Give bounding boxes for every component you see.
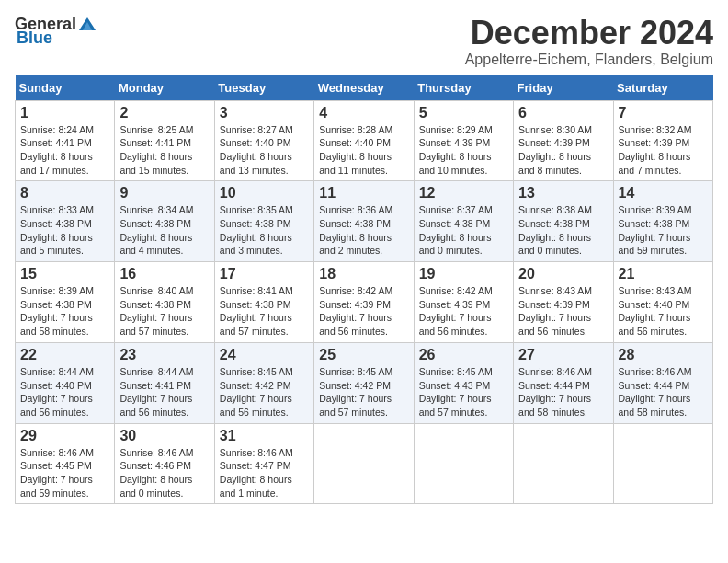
sunrise-label: Sunrise: 8:33 AM xyxy=(20,204,94,215)
daylight-label: Daylight: 7 hours and 59 minutes. xyxy=(619,232,691,257)
sunset-label: Sunset: 4:40 PM xyxy=(220,137,291,148)
calendar-header-thursday: Thursday xyxy=(414,75,513,101)
daylight-label: Daylight: 8 hours and 4 minutes. xyxy=(119,232,192,257)
sunrise-label: Sunrise: 8:45 AM xyxy=(319,366,392,377)
calendar-cell: 27 Sunrise: 8:46 AM Sunset: 4:44 PM Dayl… xyxy=(514,342,613,423)
day-number: 13 xyxy=(518,185,608,201)
sunrise-label: Sunrise: 8:42 AM xyxy=(419,285,493,296)
calendar-cell: 5 Sunrise: 8:29 AM Sunset: 4:39 PM Dayli… xyxy=(414,100,513,181)
cell-content: Sunrise: 8:42 AM Sunset: 4:39 PM Dayligh… xyxy=(319,284,408,339)
day-number: 23 xyxy=(119,347,209,363)
calendar-cell: 23 Sunrise: 8:44 AM Sunset: 4:41 PM Dayl… xyxy=(115,342,214,423)
daylight-label: Daylight: 7 hours and 57 minutes. xyxy=(319,393,392,418)
cell-content: Sunrise: 8:40 AM Sunset: 4:38 PM Dayligh… xyxy=(119,284,209,339)
sunrise-label: Sunrise: 8:43 AM xyxy=(619,285,692,296)
cell-content: Sunrise: 8:45 AM Sunset: 4:42 PM Dayligh… xyxy=(220,365,309,419)
daylight-label: Daylight: 7 hours and 57 minutes. xyxy=(419,393,492,418)
calendar-week-row: 1 Sunrise: 8:24 AM Sunset: 4:41 PM Dayli… xyxy=(16,100,713,181)
title-area: December 2024 Appelterre-Eichem, Flander… xyxy=(465,15,713,68)
logo-blue-text: Blue xyxy=(17,29,52,48)
daylight-label: Daylight: 7 hours and 56 minutes. xyxy=(220,393,292,418)
sunrise-label: Sunrise: 8:30 AM xyxy=(518,124,592,135)
day-number: 3 xyxy=(220,105,309,121)
sunrise-label: Sunrise: 8:42 AM xyxy=(319,285,392,296)
sunrise-label: Sunrise: 8:25 AM xyxy=(119,124,193,135)
sunset-label: Sunset: 4:41 PM xyxy=(119,380,191,391)
sunset-label: Sunset: 4:38 PM xyxy=(319,218,391,229)
calendar-cell: 16 Sunrise: 8:40 AM Sunset: 4:38 PM Dayl… xyxy=(115,262,214,343)
calendar-header-monday: Monday xyxy=(115,75,214,101)
day-number: 29 xyxy=(20,428,109,444)
calendar-week-row: 22 Sunrise: 8:44 AM Sunset: 4:40 PM Dayl… xyxy=(16,342,713,423)
cell-content: Sunrise: 8:32 AM Sunset: 4:39 PM Dayligh… xyxy=(619,123,708,178)
daylight-label: Daylight: 7 hours and 56 minutes. xyxy=(619,312,691,337)
daylight-label: Daylight: 8 hours and 5 minutes. xyxy=(20,232,93,257)
daylight-label: Daylight: 8 hours and 7 minutes. xyxy=(619,151,691,176)
day-number: 10 xyxy=(220,185,309,201)
calendar-cell: 14 Sunrise: 8:39 AM Sunset: 4:38 PM Dayl… xyxy=(613,181,712,262)
sunrise-label: Sunrise: 8:46 AM xyxy=(518,366,592,377)
daylight-label: Daylight: 8 hours and 8 minutes. xyxy=(518,151,591,176)
cell-content: Sunrise: 8:28 AM Sunset: 4:40 PM Dayligh… xyxy=(319,123,408,178)
sunrise-label: Sunrise: 8:24 AM xyxy=(20,124,94,135)
cell-content: Sunrise: 8:37 AM Sunset: 4:38 PM Dayligh… xyxy=(419,203,508,258)
logo: General Blue xyxy=(15,15,97,48)
sunrise-label: Sunrise: 8:34 AM xyxy=(119,204,193,215)
cell-content: Sunrise: 8:29 AM Sunset: 4:39 PM Dayligh… xyxy=(419,123,508,178)
day-number: 25 xyxy=(319,347,408,363)
calendar-cell: 13 Sunrise: 8:38 AM Sunset: 4:38 PM Dayl… xyxy=(514,181,613,262)
daylight-label: Daylight: 8 hours and 2 minutes. xyxy=(319,232,392,257)
cell-content: Sunrise: 8:25 AM Sunset: 4:41 PM Dayligh… xyxy=(119,123,209,178)
calendar-cell xyxy=(414,423,513,504)
sunrise-label: Sunrise: 8:46 AM xyxy=(119,447,193,458)
day-number: 26 xyxy=(419,347,508,363)
calendar-cell: 9 Sunrise: 8:34 AM Sunset: 4:38 PM Dayli… xyxy=(115,181,214,262)
day-number: 17 xyxy=(220,266,309,282)
day-number: 27 xyxy=(518,347,608,363)
cell-content: Sunrise: 8:41 AM Sunset: 4:38 PM Dayligh… xyxy=(220,284,309,339)
sunrise-label: Sunrise: 8:41 AM xyxy=(220,285,293,296)
sunset-label: Sunset: 4:41 PM xyxy=(119,137,191,148)
day-number: 11 xyxy=(319,185,408,201)
sunset-label: Sunset: 4:42 PM xyxy=(319,380,391,391)
day-number: 20 xyxy=(518,266,608,282)
cell-content: Sunrise: 8:46 AM Sunset: 4:46 PM Dayligh… xyxy=(119,446,209,500)
day-number: 31 xyxy=(220,428,309,444)
sunset-label: Sunset: 4:39 PM xyxy=(319,299,391,310)
day-number: 15 xyxy=(20,266,109,282)
sunset-label: Sunset: 4:38 PM xyxy=(419,218,491,229)
calendar-cell: 2 Sunrise: 8:25 AM Sunset: 4:41 PM Dayli… xyxy=(115,100,214,181)
day-number: 18 xyxy=(319,266,408,282)
daylight-label: Daylight: 7 hours and 56 minutes. xyxy=(518,312,591,337)
daylight-label: Daylight: 8 hours and 1 minute. xyxy=(220,474,292,499)
cell-content: Sunrise: 8:42 AM Sunset: 4:39 PM Dayligh… xyxy=(419,284,508,339)
calendar-cell: 24 Sunrise: 8:45 AM Sunset: 4:42 PM Dayl… xyxy=(214,342,313,423)
sunset-label: Sunset: 4:39 PM xyxy=(619,137,690,148)
cell-content: Sunrise: 8:43 AM Sunset: 4:39 PM Dayligh… xyxy=(518,284,608,339)
daylight-label: Daylight: 7 hours and 58 minutes. xyxy=(518,393,591,418)
cell-content: Sunrise: 8:34 AM Sunset: 4:38 PM Dayligh… xyxy=(119,203,209,258)
calendar-header-saturday: Saturday xyxy=(613,75,712,101)
cell-content: Sunrise: 8:44 AM Sunset: 4:40 PM Dayligh… xyxy=(20,365,109,419)
calendar-cell: 11 Sunrise: 8:36 AM Sunset: 4:38 PM Dayl… xyxy=(314,181,414,262)
sunrise-label: Sunrise: 8:37 AM xyxy=(419,204,493,215)
calendar-cell: 28 Sunrise: 8:46 AM Sunset: 4:44 PM Dayl… xyxy=(613,342,712,423)
sunset-label: Sunset: 4:39 PM xyxy=(518,299,590,310)
calendar-header-row: SundayMondayTuesdayWednesdayThursdayFrid… xyxy=(16,75,713,101)
sunrise-label: Sunrise: 8:46 AM xyxy=(220,447,293,458)
sunset-label: Sunset: 4:43 PM xyxy=(419,380,491,391)
sunrise-label: Sunrise: 8:39 AM xyxy=(619,204,692,215)
calendar-header-friday: Friday xyxy=(514,75,613,101)
month-title: December 2024 xyxy=(465,15,713,52)
day-number: 28 xyxy=(619,347,708,363)
sunset-label: Sunset: 4:38 PM xyxy=(619,218,690,229)
calendar-header-tuesday: Tuesday xyxy=(214,75,313,101)
day-number: 9 xyxy=(119,185,209,201)
calendar-cell: 20 Sunrise: 8:43 AM Sunset: 4:39 PM Dayl… xyxy=(514,262,613,343)
sunrise-label: Sunrise: 8:38 AM xyxy=(518,204,592,215)
sunset-label: Sunset: 4:38 PM xyxy=(119,218,191,229)
day-number: 2 xyxy=(119,105,209,121)
sunrise-label: Sunrise: 8:27 AM xyxy=(220,124,293,135)
calendar-cell: 31 Sunrise: 8:46 AM Sunset: 4:47 PM Dayl… xyxy=(214,423,313,504)
day-number: 8 xyxy=(20,185,109,201)
